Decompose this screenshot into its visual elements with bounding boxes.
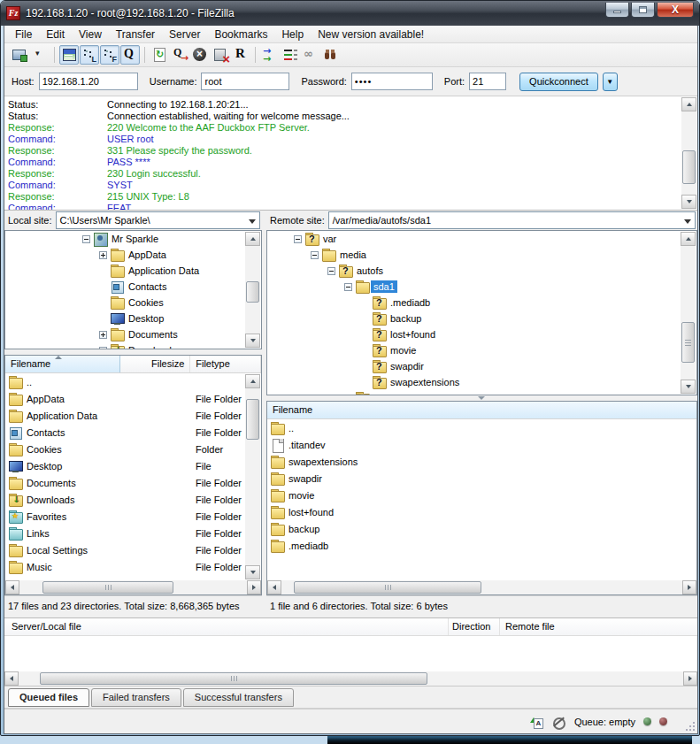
remote-tree-item-media[interactable]: media [267, 247, 696, 263]
collapse-icon[interactable] [344, 283, 352, 291]
combo-dropdown-icon[interactable] [684, 219, 691, 224]
local-tree-item-application-data[interactable]: Application Data [5, 263, 261, 279]
local-file-row-music[interactable]: MusicFile Folder [5, 559, 261, 576]
remote-list-hscrollbar[interactable] [267, 580, 696, 594]
local-file-row-documents[interactable]: DocumentsFile Folder [5, 475, 261, 492]
menu-item-help[interactable]: Help [274, 27, 311, 42]
find-files-button[interactable] [321, 45, 341, 65]
toggle-message-log-button[interactable] [59, 45, 79, 65]
username-input[interactable] [201, 73, 289, 90]
remote-tree-scrollbar[interactable] [681, 232, 696, 394]
local-file-row-local-settings[interactable]: Local SettingsFile Folder [5, 542, 261, 559]
local-file-row-contacts[interactable]: ContactsFile Folder [5, 425, 261, 441]
expand-icon[interactable] [99, 251, 107, 259]
quickconnect-button[interactable]: Quickconnect [519, 73, 598, 91]
title-bar[interactable]: Fz 192.168.1.20 - root@192.168.1.20 - Fi… [1, 1, 699, 26]
process-queue-button[interactable] [170, 45, 189, 65]
column-header-filename[interactable]: Filename [5, 356, 120, 372]
scroll-up-button[interactable] [245, 232, 260, 246]
remote-file-row-backup[interactable]: backup [267, 521, 696, 538]
resize-grip[interactable] [693, 729, 695, 731]
remote-file-row-titandev[interactable]: .titandev [267, 437, 696, 454]
scrollbar-thumb[interactable] [246, 281, 259, 303]
scroll-down-button[interactable] [245, 565, 260, 579]
port-input[interactable] [469, 73, 506, 90]
local-tree-item-downloads[interactable]: ↓Downloads [5, 342, 261, 349]
collapse-icon[interactable] [294, 235, 302, 243]
local-tree-item-cookies[interactable]: Cookies [5, 295, 261, 311]
local-tree-scrollbar[interactable] [245, 232, 260, 348]
reconnect-button[interactable] [231, 45, 250, 65]
remote-tree-item-swapextensions[interactable]: ?swapextensions [267, 374, 696, 390]
collapse-icon[interactable] [311, 251, 319, 259]
scrollbar-thumb[interactable] [294, 581, 481, 594]
synchronized-browsing-button[interactable] [301, 45, 320, 65]
combo-dropdown-icon[interactable] [249, 219, 256, 224]
maximize-button[interactable] [631, 3, 655, 18]
column-header-filename[interactable]: Filename [267, 402, 696, 418]
collapse-icon[interactable] [82, 235, 90, 243]
menu-item-new-version-available[interactable]: New version available! [311, 27, 431, 42]
refresh-button[interactable] [150, 45, 169, 65]
encryption-disabled-icon[interactable] [551, 715, 566, 729]
remote-tree-item-swapdir[interactable]: ?swapdir [267, 358, 696, 374]
cancel-operation-button[interactable] [190, 45, 210, 65]
quickconnect-dropdown-button[interactable]: ▼ [603, 73, 618, 91]
local-list-vscrollbar[interactable] [245, 374, 260, 579]
scroll-up-button[interactable] [245, 374, 260, 388]
scroll-up-button[interactable] [681, 97, 696, 111]
menu-item-file[interactable]: File [8, 27, 39, 42]
menu-item-view[interactable]: View [72, 27, 109, 42]
scrollbar-thumb[interactable] [246, 399, 259, 440]
menu-item-edit[interactable]: Edit [39, 27, 72, 42]
scrollbar-thumb[interactable] [681, 322, 695, 363]
local-file-row-application-data[interactable]: Application DataFile Folder [5, 408, 261, 425]
toggle-local-tree-button[interactable] [80, 45, 99, 65]
remote-file-row-[interactable]: .. [267, 420, 696, 437]
sash-collapse-icon[interactable] [478, 396, 485, 400]
tab-failed-transfers[interactable]: Failed transfers [91, 688, 181, 707]
scroll-right-button[interactable] [247, 580, 261, 594]
directory-comparison-button[interactable] [260, 45, 280, 65]
remote-file-row-lost-found[interactable]: lost+found [267, 504, 696, 521]
expand-icon[interactable] [99, 331, 107, 339]
remote-tree-item-backup[interactable]: ?backup [267, 311, 696, 326]
transfer-type-indicator-icon[interactable] [528, 715, 543, 729]
collapse-icon[interactable] [327, 267, 335, 275]
scroll-left-button[interactable] [5, 580, 19, 594]
scroll-down-button[interactable] [245, 334, 260, 348]
remote-file-row-movie[interactable]: movie [267, 487, 696, 504]
queue-hscrollbar[interactable] [4, 671, 697, 686]
local-tree-item-mr-sparkle[interactable]: Mr Sparkle [5, 231, 261, 247]
remote-site-combo[interactable]: /var/media/autofs/sda1 [328, 211, 696, 229]
scroll-left-button[interactable] [4, 671, 19, 686]
remote-tree-item-var[interactable]: ?var [267, 231, 696, 247]
local-tree-item-desktop[interactable]: Desktop [5, 311, 261, 326]
local-file-row-downloads[interactable]: ↓DownloadsFile Folder [5, 492, 261, 509]
directory-listing-filters-button[interactable] [281, 45, 300, 65]
scrollbar-thumb[interactable] [682, 150, 696, 184]
local-list-hscrollbar[interactable] [5, 580, 261, 594]
local-file-row-cookies[interactable]: CookiesFolder [5, 441, 261, 458]
column-header-filesize[interactable]: Filesize [120, 356, 191, 372]
site-manager-dropdown-button[interactable] [30, 45, 50, 65]
remote-tree-item-lost-found[interactable]: ?lost+found [267, 326, 696, 342]
remote-tree-item-autofs[interactable]: ?autofs [267, 263, 696, 279]
column-header-filetype[interactable]: Filetype [190, 356, 261, 372]
remote-file-row-swapextensions[interactable]: swapextensions [267, 454, 696, 471]
toggle-remote-tree-button[interactable] [100, 45, 119, 65]
remote-tree-item-movie[interactable]: ?movie [267, 342, 696, 358]
tab-queued-files[interactable]: Queued files [8, 688, 89, 707]
scroll-up-button[interactable] [681, 232, 696, 246]
site-manager-button[interactable] [10, 45, 29, 65]
local-file-row-links[interactable]: LinksFile Folder [5, 525, 261, 542]
local-tree-item-appdata[interactable]: AppData [5, 247, 261, 263]
scroll-down-button[interactable] [681, 195, 696, 209]
queue-column-header-direction[interactable]: Direction [449, 618, 500, 635]
local-tree-item-documents[interactable]: Documents [5, 326, 261, 342]
disconnect-button[interactable] [211, 45, 230, 65]
remote-tree-item-mediadb[interactable]: ?.mediadb [267, 295, 696, 311]
scroll-left-button[interactable] [267, 580, 281, 594]
close-button[interactable]: X [657, 3, 694, 18]
remote-file-row-mediadb[interactable]: .mediadb [267, 538, 696, 555]
